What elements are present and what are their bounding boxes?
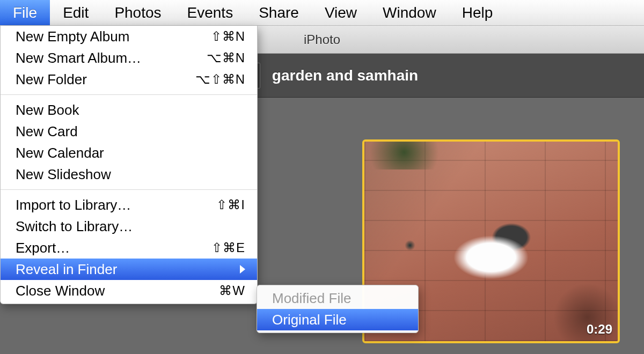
menu-item-label: New Slideshow <box>16 166 245 183</box>
reveal-in-finder-submenu: Modified File Original File <box>257 285 419 333</box>
menu-photos[interactable]: Photos <box>101 0 174 25</box>
menu-item-label: New Empty Album <box>16 28 211 45</box>
menubar-label: Edit <box>63 4 89 21</box>
menu-item-label: Export… <box>16 240 211 256</box>
menu-window[interactable]: Window <box>370 0 449 25</box>
menu-item-new-book[interactable]: New Book <box>1 99 257 121</box>
menubar-label: Events <box>187 4 233 21</box>
menu-help[interactable]: Help <box>449 0 506 25</box>
menu-item-label: Close Window <box>16 283 219 299</box>
file-menu-dropdown: New Empty Album ⇧⌘N New Smart Album… ⌥⌘N… <box>0 26 258 304</box>
menu-item-new-smart-album[interactable]: New Smart Album… ⌥⌘N <box>1 47 257 69</box>
menu-item-shortcut: ⌥⌘N <box>207 50 245 65</box>
video-duration: 0:29 <box>587 322 612 337</box>
menubar-label: Window <box>383 4 436 21</box>
menu-item-import-to-library[interactable]: Import to Library… ⇧⌘I <box>1 194 257 216</box>
menu-item-shortcut: ⇧⌘E <box>211 240 245 255</box>
menu-item-label: New Book <box>16 102 245 119</box>
menu-share[interactable]: Share <box>246 0 312 25</box>
menubar: File Edit Photos Events Share View Windo… <box>0 0 644 26</box>
app-title: iPhoto <box>304 32 340 47</box>
menu-file[interactable]: File <box>0 0 50 25</box>
menu-item-close-window[interactable]: Close Window ⌘W <box>1 280 257 301</box>
menu-item-new-card[interactable]: New Card <box>1 121 257 142</box>
menu-separator <box>1 189 257 190</box>
submenu-item-original-file[interactable]: Original File <box>257 309 418 330</box>
menu-events[interactable]: Events <box>174 0 246 25</box>
menubar-label: Share <box>259 4 299 21</box>
menu-edit[interactable]: Edit <box>50 0 101 25</box>
menubar-label: Help <box>462 4 493 21</box>
menu-item-shortcut: ⇧⌘N <box>211 29 245 44</box>
submenu-item-label: Modified File <box>272 290 351 307</box>
menu-item-label: New Smart Album… <box>16 50 207 67</box>
menu-item-label: Switch to Library… <box>16 218 245 235</box>
menu-item-switch-to-library[interactable]: Switch to Library… <box>1 216 257 237</box>
menu-item-shortcut: ⌥⇧⌘N <box>195 72 245 87</box>
menu-view[interactable]: View <box>312 0 370 25</box>
submenu-item-label: Original File <box>272 312 347 328</box>
menubar-label: Photos <box>114 4 161 21</box>
menu-item-reveal-in-finder[interactable]: Reveal in Finder <box>1 259 257 280</box>
menu-separator <box>1 94 257 95</box>
menu-item-new-slideshow[interactable]: New Slideshow <box>1 164 257 185</box>
menu-item-new-empty-album[interactable]: New Empty Album ⇧⌘N <box>1 26 257 47</box>
menu-item-shortcut: ⌘W <box>219 283 245 298</box>
menu-item-label: New Folder <box>16 71 195 88</box>
submenu-arrow-icon <box>240 265 245 274</box>
submenu-item-modified-file: Modified File <box>257 287 418 309</box>
menu-item-label: Reveal in Finder <box>16 261 233 278</box>
menu-item-label: Import to Library… <box>16 197 216 213</box>
menu-item-label: New Calendar <box>16 145 245 161</box>
menubar-label: File <box>13 4 37 21</box>
menu-item-new-folder[interactable]: New Folder ⌥⇧⌘N <box>1 69 257 90</box>
event-title: garden and samhain <box>272 67 418 84</box>
menu-item-export[interactable]: Export… ⇧⌘E <box>1 237 257 259</box>
menu-item-new-calendar[interactable]: New Calendar <box>1 142 257 164</box>
menubar-label: View <box>325 4 357 21</box>
menu-item-shortcut: ⇧⌘I <box>216 197 245 212</box>
menu-item-label: New Card <box>16 123 245 140</box>
